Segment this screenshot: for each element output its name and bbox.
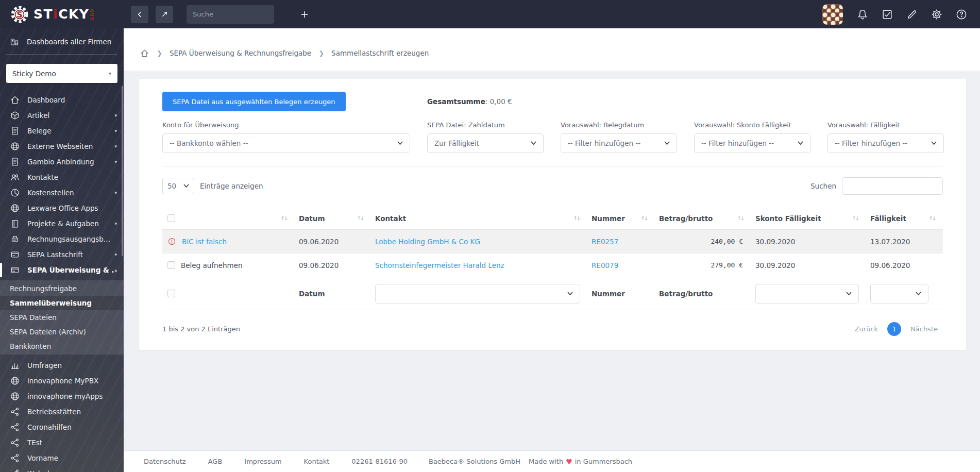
edit-button[interactable] (906, 8, 918, 21)
back-button[interactable] (131, 6, 148, 23)
sidebar-item[interactable]: Kostenstellen ▾ (0, 185, 124, 200)
sidebar-item[interactable]: Belege ▾ (0, 123, 124, 139)
sidebar-item[interactable]: Kontakte (0, 170, 124, 185)
share-icon (10, 407, 20, 417)
sidebar-subitem[interactable]: Rechnungsfreigabe (0, 281, 124, 296)
caret-icon: ▾ (114, 190, 117, 195)
sidebar-item[interactable]: innovaphone MyPBX (0, 373, 124, 389)
row-checkbox[interactable] (167, 261, 175, 269)
row-kontakt-link[interactable]: Lobbe Holding GmbH & Co KG (375, 238, 480, 246)
sidebar-item[interactable]: Externe Webseiten ▾ (0, 139, 124, 154)
gear-icon (931, 8, 943, 21)
sidebar-item[interactable]: Projekte & Aufgaben ▾ (0, 216, 124, 231)
breadcrumb-item[interactable]: SEPA Überweisung & Rechnungsfreigabe (170, 49, 311, 57)
notifications-button[interactable] (856, 8, 869, 21)
company-select-value: Sticky Demo (12, 70, 56, 78)
tasks-button[interactable] (881, 8, 893, 21)
sidebar-item[interactable]: SEPA Lastschrift ▾ (0, 247, 124, 262)
home-icon[interactable] (140, 48, 149, 58)
filter-select[interactable]: -- Filter hinzufügen -- (694, 133, 810, 153)
sort-icon: ↑↓ (928, 215, 935, 221)
settings-button[interactable] (931, 8, 943, 21)
sidebar-subitem[interactable]: Bankkonten (0, 339, 124, 353)
user-avatar[interactable] (822, 4, 843, 25)
card-icon (10, 249, 20, 260)
sidebar-subitem[interactable]: Sammelüberweisung (0, 296, 124, 310)
share-icon (10, 453, 20, 463)
create-sepa-file-button[interactable]: SEPA Datei aus ausgewählten Belegen erze… (162, 92, 346, 111)
sidebar-item[interactable]: Betriebsstätten (0, 404, 124, 419)
sidebar-item[interactable]: TEst (0, 435, 124, 450)
sidebar-scrollbar[interactable] (122, 86, 123, 256)
filter-row-checkbox[interactable] (167, 290, 175, 297)
filter-select-value: -- Bankkonto wählen -- (170, 139, 248, 147)
sidebar-subitem-label: SEPA Dateien (10, 313, 57, 322)
sort-icon[interactable]: ↑↓ (280, 215, 287, 221)
filter-select[interactable]: -- Filter hinzufügen -- (827, 133, 944, 153)
sidebar-item[interactable]: Dashboard (0, 92, 124, 108)
sidebar-item[interactable]: SEPA Überweisung & … ▴ (0, 262, 124, 278)
sidebar-subitem[interactable]: SEPA Dateien (0, 310, 124, 325)
sidebar-item[interactable]: Gambio Anbindung ▾ (0, 154, 124, 170)
row-nummer-link[interactable]: RE0257 (592, 238, 618, 246)
sidebar-item[interactable]: innovaphone myApps (0, 389, 124, 404)
global-search-input[interactable] (187, 5, 274, 24)
faelligkeit-filter-select[interactable] (870, 284, 928, 304)
filter-label: SEPA Datei: Zahldatum (427, 121, 544, 129)
card-icon (10, 265, 20, 275)
expand-button[interactable] (156, 6, 173, 23)
row-kontakt-link[interactable]: Schornsteinfegermeister Harald Lenz (375, 261, 504, 269)
pagination-prev-button[interactable]: Zurück (850, 322, 883, 336)
page-size-select[interactable]: 50 (162, 178, 194, 194)
add-tab-button[interactable] (300, 10, 309, 19)
footer-company: Baebeca® Solutions GmbH (429, 458, 520, 465)
sidebar-item[interactable]: Welsch (0, 466, 124, 472)
column-header-skonto[interactable]: Skonto Fälligkeit↑↓ (750, 214, 865, 223)
skonto-filter-select[interactable] (755, 284, 859, 304)
filter-select[interactable]: Zur Fälligkeit (427, 133, 544, 153)
column-header-nummer[interactable]: Nummer↑↓ (586, 214, 654, 223)
sidebar-item[interactable]: Coronahilfen (0, 419, 124, 435)
sidebar-item[interactable]: Lexware Office Apps (0, 200, 124, 216)
select-all-checkbox[interactable] (167, 214, 175, 222)
bell-icon (856, 8, 869, 21)
filter-select[interactable]: -- Filter hinzufügen -- (561, 133, 677, 153)
column-header-kontakt[interactable]: Kontakt↑↓ (370, 214, 586, 223)
table-search-input[interactable] (842, 177, 943, 195)
total-sum-label: Gesamtsumme (427, 97, 485, 106)
filter-select[interactable]: -- Bankkonto wählen -- (162, 133, 410, 153)
column-header-faelligkeit[interactable]: Fälligkeit↑↓ (865, 214, 942, 223)
sidebar-item[interactable]: Umfragen (0, 358, 124, 373)
footer-phone[interactable]: 02261-81616-90 (351, 458, 408, 465)
footer-link[interactable]: Kontakt (304, 458, 330, 465)
kontakt-filter-select[interactable] (375, 284, 580, 304)
row-status-link[interactable]: BIC ist falsch (182, 238, 227, 246)
app-logo[interactable]: S STiCKY ERP (0, 0, 124, 28)
footer-link[interactable]: Datenschutz (144, 458, 186, 465)
company-select[interactable]: Sticky Demo ▾ (6, 64, 117, 83)
caret-icon: ▾ (114, 221, 117, 226)
footer-link[interactable]: Impressum (244, 458, 281, 465)
column-header-betrag[interactable]: Betrag/brutto↑↓ (654, 214, 750, 223)
sidebar-item[interactable]: Rechnungsausgangsb… (0, 231, 124, 247)
footer-link[interactable]: AGB (208, 458, 223, 465)
help-button[interactable] (955, 8, 968, 21)
sidebar-item[interactable]: Artikel ▾ (0, 108, 124, 123)
footer-made-with: Made with ♥ in Gummersbach (529, 458, 632, 466)
sidebar-subitem[interactable]: SEPA Dateien (Archiv) (0, 325, 124, 339)
sidebar-item-label: Dashboard (27, 96, 65, 104)
pagination-page-1[interactable]: 1 (887, 322, 901, 336)
sort-icon: ↑↓ (737, 215, 744, 221)
sort-icon: ↑↓ (573, 215, 580, 221)
home-icon (10, 95, 20, 105)
sidebar-item-label: Projekte & Aufgaben (27, 220, 99, 228)
main-content: ❯ SEPA Überweisung & Rechnungsfreigabe ❯… (124, 28, 980, 472)
pagination-next-button[interactable]: Nächste (905, 322, 943, 336)
sidebar-item-label: innovaphone MyPBX (27, 377, 98, 385)
sidebar-item-label: Kostenstellen (27, 189, 74, 197)
column-header-datum[interactable]: Datum↑↓ (294, 214, 370, 223)
filter-label: Vorauswahl: Fälligkeit (827, 121, 944, 129)
row-nummer-link[interactable]: RE0079 (592, 261, 618, 269)
sidebar-item[interactable]: Vorname (0, 450, 124, 466)
sidebar-item-dashboards-aller-firmen[interactable]: Dashboards aller Firmen (6, 31, 117, 55)
